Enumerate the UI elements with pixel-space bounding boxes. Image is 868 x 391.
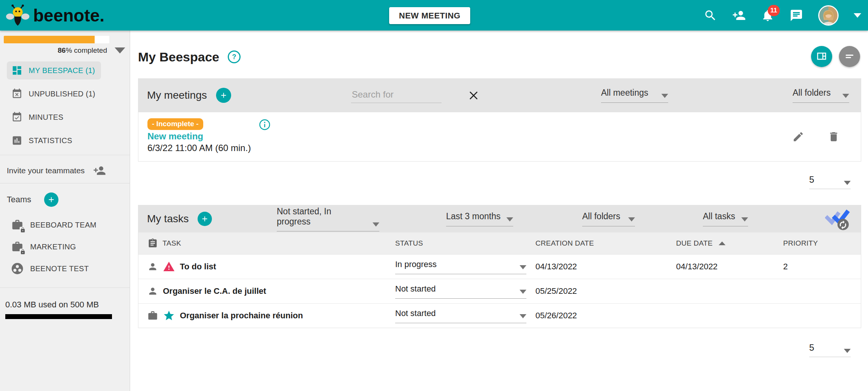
sidebar-team-marketing[interactable]: MARKETING [11, 241, 130, 253]
my-meetings-section: My meetings All meetings All folde [138, 78, 861, 162]
search-input[interactable] [351, 88, 442, 103]
user-avatar[interactable] [818, 5, 839, 26]
chat-icon[interactable] [790, 9, 803, 22]
task-status-value: In progress [395, 260, 437, 269]
folders-filter-value: All folders [793, 88, 831, 98]
task-row[interactable]: Organiser le C.A. de juillet Not started… [138, 279, 861, 303]
sort-asc-icon [719, 241, 725, 245]
task-status-select[interactable]: In progress [395, 260, 526, 274]
column-header-task[interactable]: TASK [138, 238, 395, 249]
todo-sync-icon[interactable] [825, 207, 850, 231]
divider [0, 287, 130, 288]
task-name: To do list [180, 262, 216, 272]
meetings-filter-dropdown[interactable]: All meetings [601, 88, 668, 103]
account-menu-caret-icon[interactable] [854, 13, 861, 18]
person-icon [147, 286, 158, 296]
column-header-creation-date[interactable]: CREATION DATE [535, 239, 676, 247]
sidebar-item-minutes[interactable]: MINUTES [7, 108, 69, 126]
progress-bar [4, 36, 109, 43]
bar-chart-icon [11, 135, 23, 146]
progress-expand-caret-icon[interactable] [115, 47, 125, 53]
add-task-button[interactable] [198, 212, 212, 226]
card-view-button[interactable] [811, 46, 832, 67]
new-meeting-button[interactable]: NEW MEETING [389, 7, 470, 24]
overdue-warning-icon [163, 261, 175, 273]
task-type-filter-dropdown[interactable]: All tasks [703, 211, 748, 226]
list-view-button[interactable] [839, 46, 860, 67]
brand-name: beenote. [33, 5, 104, 26]
dropdown-caret-icon [520, 290, 526, 294]
meetings-folders-dropdown[interactable]: All folders [793, 88, 849, 103]
sidebar-team-beenote-test[interactable]: BEENOTE TEST [11, 263, 130, 275]
progress-fill [4, 36, 95, 43]
group-circle-icon [11, 263, 23, 275]
dropdown-caret-icon [661, 94, 668, 98]
calendar-check-icon [11, 111, 23, 123]
briefcase-lock-icon [11, 219, 23, 231]
page-size-value: 5 [809, 342, 814, 353]
task-status-select[interactable]: Not started [395, 309, 526, 323]
task-row[interactable]: To do list In progress 04/13/2022 04/13/… [138, 254, 861, 279]
my-meetings-body: - Incomplete - New meeting 6/3/22 11:00 … [138, 112, 861, 162]
task-folders-filter-dropdown[interactable]: All folders [582, 211, 635, 226]
add-team-button[interactable] [44, 192, 58, 207]
dropdown-caret-icon [844, 349, 851, 353]
task-creation-date: 04/13/2022 [535, 262, 676, 272]
delete-icon[interactable] [828, 131, 840, 143]
dropdown-caret-icon [628, 217, 635, 221]
search-icon[interactable] [704, 9, 717, 22]
team-label: BEENOTE TEST [30, 264, 89, 273]
teams-header: Teams [0, 190, 130, 209]
notifications-icon[interactable]: 11 [761, 9, 774, 22]
add-meeting-button[interactable] [216, 88, 231, 103]
meeting-link[interactable]: New meeting [147, 131, 251, 142]
storage-bar [5, 314, 112, 319]
column-header-due-date[interactable]: DUE DATE [676, 239, 783, 247]
edit-icon[interactable] [792, 131, 804, 143]
meetings-page-size-select[interactable]: 5 [809, 174, 851, 189]
my-meetings-header: My meetings All meetings All folde [138, 78, 861, 112]
svg-text:?: ? [232, 53, 236, 61]
beenote-app: beenote. NEW MEETING 11 [0, 0, 868, 391]
sidebar-item-label: MY BEESPACE (1) [29, 66, 95, 75]
meeting-search [351, 88, 479, 103]
clear-search-icon[interactable] [468, 90, 479, 101]
task-due-date: 04/13/2022 [676, 262, 783, 272]
tasks-table-header: TASK STATUS CREATION DATE DUE DATE PRIOR… [138, 232, 861, 254]
teams-label: Teams [7, 195, 31, 205]
dropdown-caret-icon [741, 217, 748, 221]
dropdown-caret-icon [373, 222, 379, 226]
add-user-icon[interactable] [732, 9, 746, 22]
dropdown-caret-icon [520, 265, 526, 269]
column-header-status[interactable]: STATUS [395, 239, 535, 247]
top-bar: beenote. NEW MEETING 11 [0, 0, 868, 31]
tasks-table: TASK STATUS CREATION DATE DUE DATE PRIOR… [138, 232, 861, 328]
task-status-filter-dropdown[interactable]: Not started, In progress [277, 206, 379, 231]
meeting-row[interactable]: - Incomplete - New meeting 6/3/22 11:00 … [138, 112, 861, 161]
person-icon [147, 261, 158, 272]
layout-icon [816, 50, 827, 63]
list-lines-icon [844, 50, 855, 63]
sidebar-team-beeboard[interactable]: BEEBOARD TEAM [11, 219, 130, 231]
briefcase-icon [147, 310, 158, 321]
invite-teammates-button[interactable]: Invite your teammates [0, 162, 130, 179]
tasks-page-size-select[interactable]: 5 [809, 342, 851, 357]
task-period-filter-dropdown[interactable]: Last 3 months [446, 211, 513, 226]
help-icon[interactable]: ? [227, 50, 241, 64]
info-icon[interactable] [259, 119, 270, 130]
storage-label: 0.03 MB used on 500 MB [5, 300, 130, 310]
sidebar-item-my-beespace[interactable]: MY BEESPACE (1) [7, 61, 101, 79]
invite-label: Invite your teammates [7, 166, 85, 175]
task-status-select[interactable]: Not started [395, 284, 526, 299]
my-tasks-header: My tasks Not started, In progress Last 3… [138, 205, 861, 232]
column-header-priority[interactable]: PRIORITY [783, 239, 861, 247]
folders-filter-value: All folders [582, 211, 620, 221]
dropdown-caret-icon [506, 217, 513, 221]
sidebar-item-unpublished[interactable]: UNPUBLISHED (1) [7, 85, 101, 103]
task-name: Organiser la prochaine réunion [180, 311, 303, 321]
team-label: BEEBOARD TEAM [30, 221, 97, 229]
type-filter-value: All tasks [703, 211, 735, 221]
brand-logo[interactable]: beenote. [0, 4, 104, 27]
task-row[interactable]: Organiser la prochaine réunion Not start… [138, 303, 861, 328]
sidebar-item-statistics[interactable]: STATISTICS [7, 131, 78, 150]
